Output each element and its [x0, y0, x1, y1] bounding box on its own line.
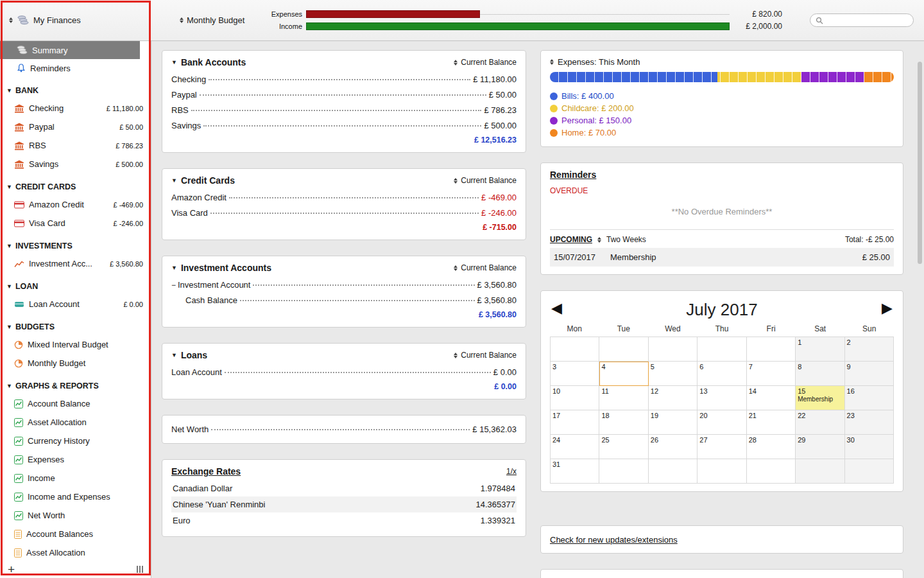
sidebar-item-reminders[interactable]: Reminders — [0, 59, 151, 77]
calendar-event-label[interactable]: Membership — [798, 396, 842, 403]
calendar-day-16[interactable]: 16 — [845, 386, 894, 410]
calendar-day-6[interactable]: 6 — [697, 362, 746, 386]
budget-selector[interactable]: Monthly Budget — [180, 15, 260, 25]
calendar-day-13[interactable]: 13 — [697, 386, 746, 410]
overdue-label: OVERDUE — [550, 186, 894, 195]
sidebar-item-visa-card[interactable]: Visa Card £ -246.00 — [0, 214, 151, 232]
account-row-cash-balance[interactable]: Cash Balance £ 3,560.80 — [171, 292, 517, 308]
columns-handle-icon[interactable] — [137, 566, 143, 573]
sidebar-item-monthly-budget[interactable]: Monthly Budget — [0, 354, 151, 372]
sidebar-item-value: £ -469.00 — [114, 201, 143, 209]
sidebar-item-asset-allocation-report[interactable]: Asset Allocation — [0, 543, 151, 562]
section-label: CREDIT CARDS — [15, 182, 76, 191]
add-account-button[interactable]: + — [8, 563, 15, 575]
calendar-day-5[interactable]: 5 — [649, 362, 697, 386]
account-row-loan-account[interactable]: Loan Account £ 0.00 — [171, 364, 517, 380]
panel-disclosure[interactable]: ▼ Bank Accounts — [171, 57, 246, 67]
search-input[interactable] — [826, 16, 903, 25]
calendar-day-30[interactable]: 30 — [845, 435, 894, 459]
search-box[interactable] — [810, 13, 914, 27]
sidebar-section-graphs-reports[interactable]: ▼ GRAPHS & REPORTS — [0, 378, 151, 394]
account-row-savings[interactable]: Savings £ 500.00 — [171, 118, 517, 133]
calendar-prev-button[interactable]: ◀ — [551, 300, 562, 317]
collapse-minus-icon[interactable]: − — [171, 281, 178, 290]
calendar-day-26[interactable]: 26 — [649, 435, 697, 459]
column-header[interactable]: 1/x — [506, 467, 517, 476]
calendar-day-3[interactable]: 3 — [551, 362, 599, 386]
sidebar-item-loan-account[interactable]: Loan Account £ 0.00 — [0, 295, 151, 313]
calendar-day-25[interactable]: 25 — [599, 435, 648, 459]
calendar-next-button[interactable]: ▶ — [882, 300, 893, 317]
calendar-day-18[interactable]: 18 — [599, 410, 648, 435]
calendar-day-7[interactable]: 7 — [747, 362, 796, 386]
account-label: Paypal — [171, 90, 197, 100]
panel-disclosure[interactable]: ▼ Loans — [171, 350, 207, 360]
sort-current-balance[interactable]: Current Balance — [454, 351, 517, 360]
calendar-day-24[interactable]: 24 — [551, 435, 599, 459]
range-label[interactable]: Two Weeks — [606, 235, 646, 244]
vertical-scrollbar[interactable] — [918, 62, 922, 264]
sidebar-item-currency-history[interactable]: Currency History — [0, 432, 151, 450]
calendar-day-29[interactable]: 29 — [796, 435, 844, 459]
sidebar-item-paypal[interactable]: Paypal £ 50.00 — [0, 118, 151, 136]
sidebar-item-checking[interactable]: Checking £ 11,180.00 — [0, 99, 151, 118]
panel-disclosure[interactable]: ▼ Investment Accounts — [171, 263, 271, 273]
exchange-row-eur[interactable]: Euro 1.339321 — [171, 512, 517, 529]
sidebar-item-expenses[interactable]: Expenses — [0, 450, 151, 469]
calendar-day-14[interactable]: 14 — [747, 386, 796, 410]
calendar-day-9[interactable]: 9 — [845, 362, 894, 386]
sidebar-section-loan[interactable]: ▼ LOAN — [0, 278, 151, 295]
account-row-investment-account[interactable]: − Investment Account £ 3,560.80 — [171, 277, 517, 292]
sidebar-item-investment-account[interactable]: Investment Acc... £ 3,560.80 — [0, 254, 151, 273]
calendar-day-19[interactable]: 19 — [649, 410, 697, 435]
calendar-day-20[interactable]: 20 — [697, 410, 746, 435]
sidebar-item-summary[interactable]: Summary — [0, 41, 140, 59]
exchange-row-cad[interactable]: Canadian Dollar 1.978484 — [171, 480, 517, 496]
sort-current-balance[interactable]: Current Balance — [454, 263, 517, 272]
calendar-day-31[interactable]: 31 — [551, 459, 599, 484]
account-row-amazon-credit[interactable]: Amazon Credit £ -469.00 — [171, 189, 517, 205]
sidebar-item-account-balance[interactable]: Account Balance — [0, 394, 151, 413]
calendar-day-8[interactable]: 8 — [796, 362, 844, 386]
sidebar-item-rbs[interactable]: RBS £ 786.23 — [0, 136, 151, 155]
sidebar-section-bank[interactable]: ▼ BANK — [0, 82, 151, 99]
sidebar-item-asset-allocation[interactable]: Asset Allocation — [0, 413, 151, 432]
sidebar-item-income[interactable]: Income — [0, 469, 151, 487]
sidebar-item-amazon-credit[interactable]: Amazon Credit £ -469.00 — [0, 195, 151, 214]
panel-disclosure[interactable]: ▼ Credit Cards — [171, 175, 235, 186]
calendar-day-27[interactable]: 27 — [697, 435, 746, 459]
calendar-day-17[interactable]: 17 — [551, 410, 599, 435]
panel-title[interactable]: Expenses: This Month — [558, 57, 640, 67]
exchange-row-cny[interactable]: Chinese 'Yuan' Renminbi 14.365377 — [171, 496, 517, 512]
account-row-paypal[interactable]: Paypal £ 50.00 — [171, 87, 517, 102]
calendar-day-11[interactable]: 11 — [599, 386, 648, 410]
calendar-day-21[interactable]: 21 — [747, 410, 796, 435]
account-row-visa-card[interactable]: Visa Card £ -246.00 — [171, 205, 517, 220]
calendar-day-2[interactable]: 2 — [845, 337, 894, 362]
sidebar-header[interactable]: My Finances — [0, 0, 151, 40]
calendar-day-10[interactable]: 10 — [551, 386, 599, 410]
calendar-day-23[interactable]: 23 — [845, 410, 894, 435]
account-row-rbs[interactable]: RBS £ 786.23 — [171, 102, 517, 118]
sidebar-item-savings[interactable]: Savings £ 500.00 — [0, 155, 151, 173]
sort-current-balance[interactable]: Current Balance — [454, 58, 517, 67]
check-updates-link[interactable]: Check for new updates/extensions — [550, 535, 678, 545]
range-selector-icon[interactable] — [597, 237, 601, 243]
calendar-day-15[interactable]: 15Membership — [796, 386, 844, 410]
account-row-checking[interactable]: Checking £ 11,180.00 — [171, 71, 517, 87]
sidebar-item-account-balances-report[interactable]: Account Balances — [0, 525, 151, 543]
calendar-day-4[interactable]: 4 — [599, 362, 648, 386]
calendar-day-22[interactable]: 22 — [796, 410, 844, 435]
expenses-bar-fill — [306, 10, 480, 18]
calendar-day-28[interactable]: 28 — [747, 435, 796, 459]
sidebar-item-income-and-expenses[interactable]: Income and Expenses — [0, 487, 151, 506]
sidebar-section-budgets[interactable]: ▼ BUDGETS — [0, 319, 151, 335]
sidebar-section-credit-cards[interactable]: ▼ CREDIT CARDS — [0, 179, 151, 195]
reminder-row-membership[interactable]: 15/07/2017 Membership £ 25.00 — [550, 248, 894, 267]
sidebar-item-net-worth[interactable]: Net Worth — [0, 506, 151, 525]
sort-current-balance[interactable]: Current Balance — [454, 176, 517, 185]
sidebar-section-investments[interactable]: ▼ INVESTMENTS — [0, 238, 151, 254]
calendar-day-1[interactable]: 1 — [796, 337, 844, 362]
sidebar-item-mixed-interval-budget[interactable]: Mixed Interval Budget — [0, 335, 151, 354]
calendar-day-12[interactable]: 12 — [649, 386, 697, 410]
